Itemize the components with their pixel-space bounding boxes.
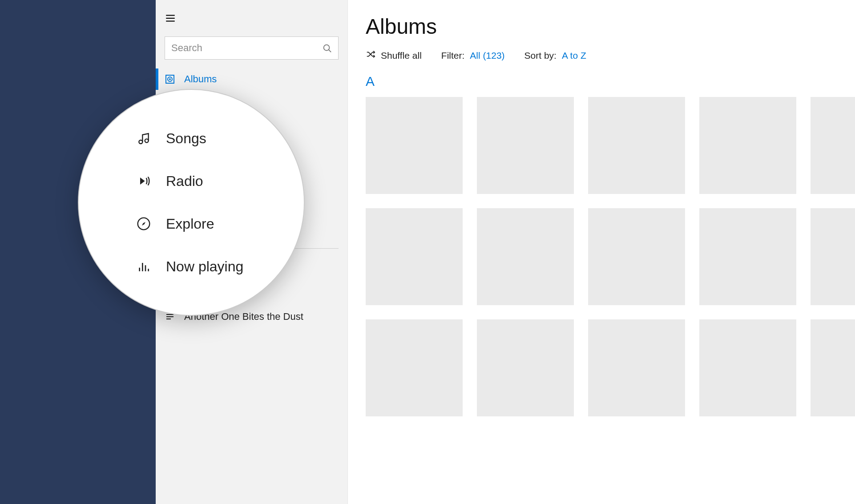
hamburger-icon <box>165 18 176 25</box>
album-tile[interactable] <box>811 208 855 305</box>
svg-line-4 <box>329 50 331 52</box>
sort-value: A to Z <box>562 50 586 61</box>
album-tile[interactable] <box>811 97 855 194</box>
album-tile[interactable] <box>811 319 855 416</box>
filter-control[interactable]: Filter: All (123) <box>441 50 505 61</box>
svg-point-15 <box>145 139 149 142</box>
album-tile[interactable] <box>699 319 796 416</box>
shuffle-all-button[interactable]: Shuffle all <box>366 49 422 61</box>
sort-label: Sort by: <box>524 50 557 61</box>
album-tile[interactable] <box>366 319 463 416</box>
radio-icon <box>137 174 151 188</box>
sidebar-item-radio[interactable]: Radio <box>137 160 304 202</box>
album-tile[interactable] <box>699 208 796 305</box>
album-tile[interactable] <box>588 319 685 416</box>
compass-icon <box>137 217 151 231</box>
search-input[interactable] <box>171 42 322 54</box>
sidebar-item-label: Albums <box>184 73 217 85</box>
album-grid <box>366 97 837 416</box>
music-icon <box>137 131 151 145</box>
search-field[interactable] <box>165 36 339 60</box>
toolbar: Shuffle all Filter: All (123) Sort by: A… <box>366 49 837 61</box>
svg-point-7 <box>169 79 170 80</box>
bars-icon <box>137 259 151 274</box>
svg-point-14 <box>139 140 142 144</box>
album-tile[interactable] <box>477 208 574 305</box>
sidebar-item-explore[interactable]: Explore <box>137 202 304 245</box>
sidebar-item-label: Explore <box>166 216 214 232</box>
album-tile[interactable] <box>477 97 574 194</box>
album-tile[interactable] <box>699 97 796 194</box>
svg-marker-17 <box>142 222 145 226</box>
sidebar-item-label: Radio <box>166 173 203 190</box>
page-title: Albums <box>366 14 837 39</box>
svg-point-3 <box>324 45 330 51</box>
search-icon <box>322 43 332 53</box>
album-icon <box>165 74 175 85</box>
sidebar-item-label: Now playing <box>166 258 243 275</box>
shuffle-label: Shuffle all <box>381 50 422 61</box>
sidebar-item-label: Songs <box>166 130 206 147</box>
album-tile[interactable] <box>366 208 463 305</box>
album-tile[interactable] <box>588 97 685 194</box>
main-content: Albums Shuffle all Filter: All (123) Sor… <box>348 0 855 504</box>
album-tile[interactable] <box>588 208 685 305</box>
album-tile[interactable] <box>477 319 574 416</box>
filter-label: Filter: <box>441 50 465 61</box>
album-tile[interactable] <box>366 97 463 194</box>
shuffle-icon <box>366 49 375 61</box>
sort-control[interactable]: Sort by: A to Z <box>524 50 586 61</box>
section-letter[interactable]: A <box>366 74 837 89</box>
zoom-lens: Songs Radio Explore <box>78 89 305 316</box>
filter-value: All (123) <box>470 50 504 61</box>
hamburger-button[interactable] <box>156 0 347 31</box>
